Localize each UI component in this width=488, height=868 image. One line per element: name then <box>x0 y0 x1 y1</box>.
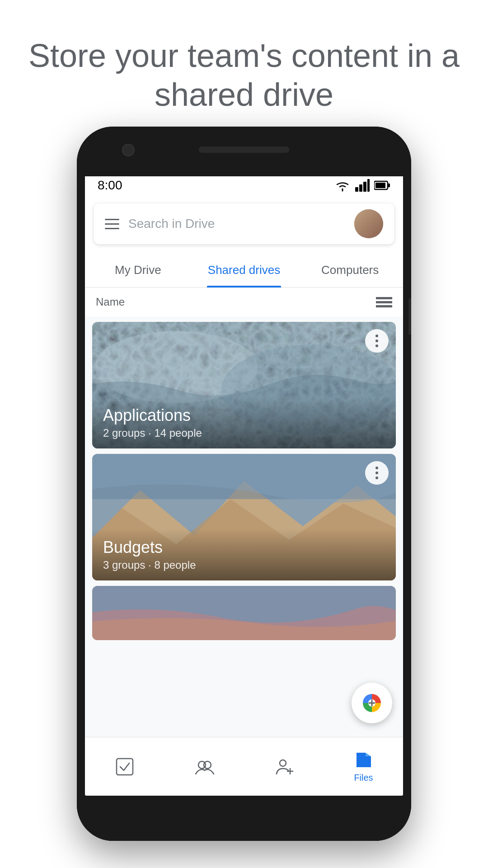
list-view-toggle[interactable] <box>376 297 392 307</box>
tab-my-drive[interactable]: My Drive <box>85 253 191 287</box>
phone-screen: 8:00 <box>85 172 403 796</box>
svg-rect-0 <box>355 187 358 192</box>
status-icons <box>334 179 390 192</box>
sort-label: Name <box>96 296 125 308</box>
signal-icon <box>355 179 370 192</box>
hamburger-menu-icon[interactable] <box>105 219 119 229</box>
nav-item-files[interactable]: Files <box>345 745 383 788</box>
bottom-nav: Files <box>85 737 403 796</box>
wifi-icon <box>334 179 351 192</box>
svg-point-20 <box>204 761 211 769</box>
shared-icon <box>275 757 295 777</box>
nav-item-shared[interactable] <box>266 752 304 781</box>
card-subtitle-budgets: 3 groups · 8 people <box>103 559 385 571</box>
avatar-image <box>354 209 383 238</box>
svg-rect-5 <box>388 184 390 187</box>
svg-point-21 <box>280 760 286 766</box>
card-menu-button-budgets[interactable] <box>365 461 389 485</box>
nav-item-priority[interactable] <box>106 752 144 781</box>
svg-rect-6 <box>375 183 385 188</box>
activity-icon <box>194 757 216 777</box>
svg-rect-18 <box>117 759 133 775</box>
phone-side-button <box>408 298 411 335</box>
hero-text: Store your team's content in a shared dr… <box>0 0 488 142</box>
card-title-applications: Applications <box>103 406 385 425</box>
tab-shared-drives[interactable]: Shared drives <box>191 253 297 287</box>
drives-list: Applications 2 groups · 14 people <box>85 316 403 796</box>
three-dots-icon <box>375 335 378 347</box>
search-placeholder: Search in Drive <box>128 217 345 231</box>
tab-computers[interactable]: Computers <box>297 253 403 287</box>
card-subtitle-applications: 2 groups · 14 people <box>103 427 385 439</box>
three-dots-icon-budgets <box>375 467 378 479</box>
phone-frame: 8:00 <box>77 127 411 841</box>
svg-rect-2 <box>363 182 366 192</box>
fab-button[interactable] <box>352 683 392 723</box>
sort-row: Name <box>85 288 403 316</box>
nav-item-activity[interactable] <box>185 752 225 781</box>
search-bar[interactable]: Search in Drive <box>94 203 394 244</box>
phone-bottom-bar <box>77 796 411 841</box>
card-menu-button-applications[interactable] <box>365 329 389 353</box>
screen-content: 8:00 <box>85 172 403 796</box>
card-bg-third <box>92 586 396 640</box>
card-overlay-applications: Applications 2 groups · 14 people <box>92 397 396 448</box>
card-overlay-budgets: Budgets 3 groups · 8 people <box>92 529 396 580</box>
user-avatar[interactable] <box>354 209 383 238</box>
sky-texture <box>92 586 396 640</box>
phone-camera <box>122 144 135 156</box>
drive-card-budgets[interactable]: Budgets 3 groups · 8 people <box>92 454 396 580</box>
google-plus-icon <box>361 692 383 714</box>
svg-rect-1 <box>359 184 362 192</box>
tab-bar: My Drive Shared drives Computers <box>85 253 403 288</box>
battery-icon <box>374 179 390 192</box>
files-icon <box>354 750 374 770</box>
svg-rect-3 <box>367 179 370 192</box>
files-label: Files <box>354 773 373 783</box>
card-title-budgets: Budgets <box>103 538 385 557</box>
status-time: 8:00 <box>98 178 122 193</box>
priority-icon <box>115 757 135 777</box>
phone-top-bar <box>77 127 411 176</box>
phone-speaker <box>199 146 289 153</box>
drive-card-third[interactable] <box>92 586 396 640</box>
drive-card-applications[interactable]: Applications 2 groups · 14 people <box>92 322 396 448</box>
